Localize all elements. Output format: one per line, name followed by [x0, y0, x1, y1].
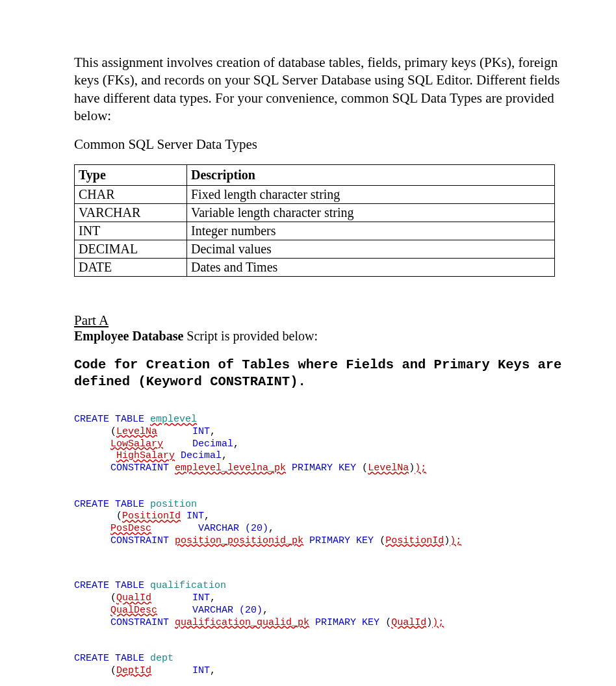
stmt-end: ); [450, 535, 461, 546]
part-a-heading: Part A [74, 312, 571, 329]
cons-emplevel: emplevel_levelna_pk [175, 463, 286, 474]
cell-desc: Fixed length character string [187, 186, 555, 204]
kw-create-table: CREATE TABLE [74, 653, 144, 664]
col-header-description: Description [187, 165, 555, 186]
field-highsalary: HighSalary [116, 450, 175, 461]
cell-desc: Decimal values [187, 240, 555, 259]
cell-desc: Dates and Times [187, 259, 555, 277]
emp-db-line: Employee Database Script is provided bel… [74, 329, 571, 344]
kw-create-table: CREATE TABLE [74, 414, 144, 425]
stmt-end: ); [432, 617, 444, 628]
kw-constraint: CONSTRAINT [110, 535, 169, 546]
table-row: CHAR Fixed length character string [75, 186, 555, 204]
cell-type: DATE [75, 259, 187, 277]
table-row: VARCHAR Variable length character string [75, 204, 555, 222]
pkcol-emplevel: LevelNa [368, 463, 409, 474]
pkcol-qualification: QualId [391, 617, 426, 628]
cell-type: VARCHAR [75, 204, 187, 222]
kw-int: INT [186, 511, 204, 522]
table-header-row: Type Description [75, 165, 555, 186]
code-block-qualification: CREATE TABLE qualification (QualId INT, … [74, 568, 571, 629]
field-levelna: LevelNa [116, 426, 157, 437]
col-header-type: Type [75, 165, 187, 186]
kw-int: INT [192, 592, 210, 603]
kw-create-table: CREATE TABLE [74, 499, 144, 510]
kw-int: INT [192, 665, 210, 676]
kw-create-table: CREATE TABLE [74, 580, 144, 591]
kw-int: INT [192, 426, 210, 437]
field-qualdesc: QualDesc [110, 605, 157, 616]
datatypes-heading: Common SQL Server Data Types [74, 136, 571, 153]
field-posdesc: PosDesc [110, 523, 151, 534]
tbl-qualification: qualification [150, 580, 226, 591]
cell-type: INT [75, 222, 187, 240]
intro-paragraph: This assignment involves creation of dat… [74, 54, 571, 125]
kw-constraint: CONSTRAINT [110, 617, 169, 628]
field-deptid: DeptId [116, 665, 151, 676]
datatypes-table: Type Description CHAR Fixed length chara… [74, 164, 555, 277]
code-block-dept: CREATE TABLE dept (DeptId INT, [74, 641, 571, 677]
table-row: INT Integer numbers [75, 222, 555, 240]
tbl-position: position [150, 499, 197, 510]
kw-constraint: CONSTRAINT [110, 463, 169, 474]
code-heading: Code for Creation of Tables where Fields… [74, 357, 571, 390]
table-row: DECIMAL Decimal values [75, 240, 555, 259]
emp-db-rest: Script is provided below: [183, 329, 318, 343]
cell-desc: Variable length character string [187, 204, 555, 222]
field-positionid: PositionId [122, 511, 181, 522]
code-block-position: CREATE TABLE position (PositionId INT, P… [74, 487, 571, 548]
field-lowsalary: LowSalary [110, 438, 163, 450]
field-qualid: QualId [116, 592, 151, 603]
table-row: DATE Dates and Times [75, 259, 555, 277]
cell-type: DECIMAL [75, 240, 187, 259]
kw-varchar: VARCHAR (20) [192, 605, 263, 616]
code-block-emplevel: CREATE TABLE emplevel (LevelNa INT, LowS… [74, 401, 571, 475]
tbl-emplevel: emplevel [150, 414, 197, 425]
cell-desc: Integer numbers [187, 222, 555, 240]
cons-position: position_positionid_pk [175, 535, 303, 546]
kw-primary-key: PRIMARY KEY [292, 463, 356, 474]
tbl-dept: dept [150, 653, 173, 664]
cons-qualification: qualification_qualid_pk [175, 617, 309, 628]
emp-db-bold: Employee Database [74, 329, 183, 343]
kw-decimal: Decimal [192, 438, 233, 450]
cell-type: CHAR [75, 186, 187, 204]
pkcol-position: PositionId [385, 535, 444, 546]
kw-primary-key: PRIMARY KEY [315, 617, 379, 628]
stmt-end: ); [415, 463, 426, 474]
kw-varchar: VARCHAR (20) [198, 523, 268, 534]
document-page: This assignment involves creation of dat… [0, 0, 616, 686]
kw-decimal: Decimal [181, 450, 222, 461]
kw-primary-key: PRIMARY KEY [309, 535, 374, 546]
